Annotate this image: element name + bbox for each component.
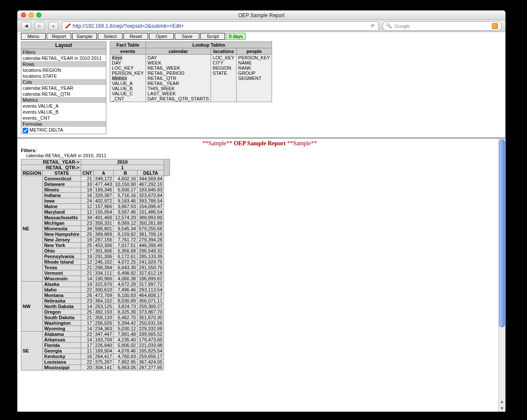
col-STATE: STATE [43,170,81,176]
table-row: Montana26472,7098,100.83464,608.17 [21,292,170,298]
formula-checkbox[interactable] [23,128,28,133]
schema-events-list[interactable]: KeysDAYLOC_KEYPERSON_KEYMetricsVALUE_AVA… [110,55,146,102]
back-button[interactable]: ◀ [21,22,31,30]
report-button[interactable]: Report [47,33,71,40]
layout-item[interactable]: events._CNT [21,115,106,121]
url-bar[interactable]: http://192.168.1.8/oep/?oepsid=2&submit=… [62,21,379,31]
layout-section-cols[interactable]: Cols [21,79,106,85]
a-cell: 190,966 [94,276,114,281]
rss-icon[interactable] [492,23,498,29]
layout-section-filters[interactable]: Filters [21,49,106,55]
state-cell: Vermont [43,270,81,276]
delta-cell: 327,612.18 [138,270,164,276]
schema-col-events[interactable]: events [110,48,146,55]
a-cell: 245,102 [94,259,114,264]
b-cell: 9,545.34 [114,226,138,231]
menu-button[interactable]: Menu [21,33,46,40]
a-cell: 301,906 [94,248,114,253]
report-table: RETAIL_YEAR->2010RETAIL_QTR->1REGIONSTAT… [21,159,170,370]
table-row: Wisconsin14190,9664,066.38186,899.62 [21,276,170,281]
a-cell: 264,417 [94,353,114,359]
schema-col-people[interactable]: people [236,48,272,55]
year-label: RETAIL_YEAR-> [21,159,81,164]
cnt-cell: 19 [81,237,94,242]
cnt-cell: 33 [81,181,94,187]
b-cell: 4,602.16 [114,176,138,181]
script-button[interactable]: Script [200,33,225,40]
close-icon[interactable] [21,12,26,18]
state-cell: New York [43,242,81,248]
schema-col-calendar[interactable]: calendar [146,48,211,55]
reload-icon[interactable]: ⟳ [369,23,376,29]
favicon-icon [65,23,71,29]
table-row: Iowa24402,9729,183.46393,788.54 [21,198,170,203]
table-row: South Dakota21358,1336,462.70351,670.30 [21,314,170,320]
a-cell: 364,102 [94,298,114,303]
layout-item[interactable]: METRIC.DELTA [21,127,106,134]
layout-item[interactable]: calendar.RETAIL_QTR [21,91,106,97]
sample-button[interactable]: Sample [72,33,97,40]
scroll-down-icon[interactable]: ▼ [499,405,505,411]
table-row: Ohio17301,9065,356.68296,549.32 [21,248,170,253]
scroll-up-icon[interactable]: ▲ [499,398,505,405]
b-cell: 9,183.46 [114,198,138,203]
select-button[interactable]: Select [98,33,123,40]
layout-section-formulas[interactable]: Formulas [21,121,106,127]
reset-button[interactable]: Reset [123,33,148,40]
scrollbar-thumb[interactable] [499,139,505,327]
table-row: Washington17256,0265,394.42250,631.58 [21,320,170,326]
b-cell: 5,500.17 [114,187,138,192]
schema-locations-list[interactable]: LOC_KEYCITYREGIONSTATE [211,55,237,102]
layout-item[interactable]: locations.STATE [21,73,106,79]
delta-cell: 350,261.88 [138,220,164,226]
table-row: Arkansas14183,7094,235.40179,473.60 [21,337,170,342]
open-button[interactable]: Open [149,33,174,40]
browser-toolbar: ◀ ▶ + http://192.168.1.8/oep/?oepsid=2&s… [18,20,505,32]
save-button[interactable]: Save [175,33,199,40]
layout-item[interactable]: locations.REGION [21,67,106,73]
cnt-cell: 22 [81,287,94,292]
add-button[interactable]: + [48,22,59,30]
zoom-icon[interactable] [36,12,41,18]
layout-section-metrics[interactable]: Metrics [21,97,106,103]
a-cell: 329,387 [94,192,114,198]
a-cell: 189,346 [94,187,114,192]
browser-window: OEP Sample Report ◀ ▶ + http://192.168.1… [17,10,506,412]
vertical-scrollbar[interactable]: ▲ ▼ [498,138,505,411]
schema-people-list[interactable]: PERSON_KEYNAMERANKGROUPSEGMENT [236,55,272,102]
forward-button[interactable]: ▶ [35,22,45,30]
schema-calendar-list[interactable]: DAYWEEKRETAIL_WEEKRETAIL_PERIODRETAIL_QT… [146,55,211,102]
b-cell: 4,078.46 [114,348,138,353]
b-cell: 8,159.82 [114,231,138,237]
b-cell: 7,862.95 [114,359,138,364]
table-row: Rhode Island12245,1024,072.25241,029.75 [21,259,170,264]
a-cell: 389,869 [94,231,114,237]
delta-cell: 579,255.66 [138,226,164,231]
qtr-label: RETAIL_QTR-> [21,164,81,170]
layout-item[interactable]: calendar.RETAIL_YEAR [21,85,106,91]
a-cell: 453,306 [94,242,114,248]
search-input[interactable]: 🔍 Google [382,21,502,31]
delta-cell: 388,893.80 [138,214,164,220]
layout-item[interactable]: calendar.RETAIL_YEAR in 2010 2011 [21,55,106,61]
b-cell: 4,066.38 [114,276,138,281]
layout-section-rows[interactable]: Rows [21,61,106,67]
state-cell: Maine [43,203,81,209]
cnt-cell: 18 [81,187,94,192]
schema-col-locations[interactable]: locations [211,48,237,55]
table-row: Illinois18189,3465,500.17183,845.83 [21,187,170,192]
delta-cell: 323,670.84 [138,192,164,198]
b-cell: 7,496.46 [114,287,138,292]
cnt-cell: 16 [81,192,94,198]
a-cell: 169,904 [94,348,114,353]
layout-item[interactable]: events.VALUE_B [21,109,106,115]
report-title: **Sample** OEP Sample Report **Sample** [21,140,498,147]
table-row: Massachusetts34401,46812,574.20388,893.8… [21,214,170,220]
layout-item[interactable]: events.VALUE_A [21,103,106,109]
state-cell: Washington [43,320,81,326]
region-cell: SE [21,331,43,370]
state-cell: Idaho [43,287,81,292]
minimize-icon[interactable] [29,12,34,18]
delta-cell: 241,029.75 [138,259,164,264]
state-cell: Michigan [43,220,81,226]
